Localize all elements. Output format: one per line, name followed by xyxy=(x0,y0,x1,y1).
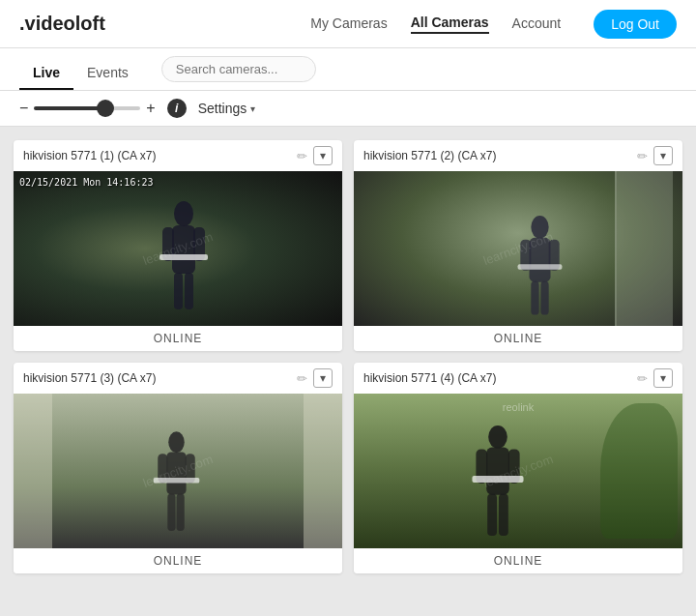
camera-4-header: hikvision 5771 (4) (CA x7) ✏ ▾ xyxy=(354,363,682,394)
svg-rect-27 xyxy=(472,476,523,483)
settings-button[interactable]: Settings ▾ xyxy=(198,101,256,116)
camera-4-scene: reolink learncity.com xyxy=(354,394,682,548)
svg-rect-11 xyxy=(531,281,538,315)
zoom-plus[interactable]: + xyxy=(146,100,155,117)
camera-4-edit-icon[interactable]: ✏ xyxy=(637,371,648,386)
camera-card-1: hikvision 5771 (1) (CA x7) ✏ ▾ 02/15/202… xyxy=(14,140,342,351)
logout-button[interactable]: Log Out xyxy=(594,10,677,39)
sub-header: Live Events xyxy=(0,48,696,91)
zoom-slider-container: − + xyxy=(19,100,156,117)
controls-bar: − + i Settings ▾ xyxy=(0,91,696,127)
camera-grid: hikvision 5771 (1) (CA x7) ✏ ▾ 02/15/202… xyxy=(0,127,696,587)
camera-1-actions: ✏ ▾ xyxy=(297,146,333,165)
camera-1-scene: 02/15/2021 Mon 14:16:23 learncity.com xyxy=(14,171,342,326)
logo: .videoloft xyxy=(19,13,105,35)
main-header: .videoloft My Cameras All Cameras Accoun… xyxy=(0,0,696,48)
camera-1-menu-button[interactable]: ▾ xyxy=(313,146,333,165)
camera-1-header: hikvision 5771 (1) (CA x7) ✏ ▾ xyxy=(14,140,342,171)
camera-1-edit-icon[interactable]: ✏ xyxy=(297,149,307,163)
camera-4-menu-button[interactable]: ▾ xyxy=(653,368,673,388)
nav-all-cameras[interactable]: All Cameras xyxy=(411,15,489,34)
camera-4-feed[interactable]: reolink learncity.com xyxy=(354,394,682,548)
svg-rect-22 xyxy=(486,448,509,495)
camera-2-header: hikvision 5771 (2) (CA x7) ✏ ▾ xyxy=(354,140,682,171)
camera-4-title: hikvision 5771 (4) (CA x7) xyxy=(363,371,496,385)
svg-point-0 xyxy=(174,201,193,226)
nav-my-cameras[interactable]: My Cameras xyxy=(310,15,387,33)
camera-3-actions: ✏ ▾ xyxy=(297,368,333,388)
svg-rect-5 xyxy=(185,273,193,309)
svg-rect-12 xyxy=(540,281,548,315)
svg-rect-15 xyxy=(167,452,187,494)
svg-rect-4 xyxy=(174,273,183,309)
camera-3-status: ONLINE xyxy=(14,548,342,573)
camera-3-scene: learncity.com xyxy=(14,394,342,548)
camera-2-actions: ✏ ▾ xyxy=(637,146,673,165)
tab-live[interactable]: Live xyxy=(19,59,73,90)
camera-2-scene: learncity.com xyxy=(354,171,682,326)
camera-card-2: hikvision 5771 (2) (CA x7) ✏ ▾ l xyxy=(354,140,682,351)
camera-2-menu-button[interactable]: ▾ xyxy=(653,146,673,165)
svg-rect-19 xyxy=(177,494,185,532)
camera-2-title: hikvision 5771 (2) (CA x7) xyxy=(363,149,496,162)
camera-3-menu-button[interactable]: ▾ xyxy=(313,368,333,388)
search-input[interactable] xyxy=(161,56,316,82)
svg-rect-6 xyxy=(160,254,208,260)
info-icon[interactable]: i xyxy=(167,99,187,118)
camera-3-header: hikvision 5771 (3) (CA x7) ✏ ▾ xyxy=(14,363,342,394)
camera-4-actions: ✏ ▾ xyxy=(637,368,673,388)
camera-1-person xyxy=(155,200,213,316)
camera-1-feed[interactable]: 02/15/2021 Mon 14:16:23 learncity.com xyxy=(14,171,342,326)
svg-rect-8 xyxy=(530,238,551,282)
camera-4-status: ONLINE xyxy=(354,548,682,573)
zoom-minus[interactable]: − xyxy=(19,100,28,117)
svg-rect-18 xyxy=(168,494,176,532)
camera-1-timestamp: 02/15/2021 Mon 14:16:23 xyxy=(19,177,153,188)
main-nav: My Cameras All Cameras Account Log Out xyxy=(310,10,677,39)
camera-card-3: hikvision 5771 (3) (CA x7) ✏ ▾ xyxy=(14,363,342,573)
nav-account[interactable]: Account xyxy=(512,15,562,33)
settings-chevron-icon: ▾ xyxy=(250,103,255,114)
settings-label: Settings xyxy=(198,101,247,116)
tab-bar: Live Events xyxy=(19,56,677,90)
zoom-slider[interactable] xyxy=(34,106,140,110)
camera-4-brand-watermark: reolink xyxy=(503,401,534,413)
camera-2-person xyxy=(513,215,566,321)
camera-2-edit-icon[interactable]: ✏ xyxy=(637,149,648,163)
tab-events[interactable]: Events xyxy=(73,59,142,90)
svg-rect-26 xyxy=(499,494,508,536)
camera-1-status: ONLINE xyxy=(14,326,342,351)
svg-point-14 xyxy=(168,431,185,453)
svg-rect-1 xyxy=(172,225,195,274)
camera-3-title: hikvision 5771 (3) (CA x7) xyxy=(23,371,156,385)
camera-card-4: hikvision 5771 (4) (CA x7) ✏ ▾ reolink xyxy=(354,363,682,573)
svg-rect-13 xyxy=(518,264,563,270)
svg-rect-20 xyxy=(154,478,200,484)
camera-2-status: ONLINE xyxy=(354,326,682,351)
camera-4-person xyxy=(469,425,527,539)
svg-point-21 xyxy=(488,425,508,449)
svg-point-7 xyxy=(531,216,548,239)
camera-3-person xyxy=(150,427,203,539)
camera-3-edit-icon[interactable]: ✏ xyxy=(297,371,307,386)
camera-1-title: hikvision 5771 (1) (CA x7) xyxy=(23,149,156,162)
camera-3-feed[interactable]: learncity.com xyxy=(14,394,342,548)
svg-rect-25 xyxy=(487,494,497,536)
camera-2-feed[interactable]: learncity.com xyxy=(354,171,682,326)
